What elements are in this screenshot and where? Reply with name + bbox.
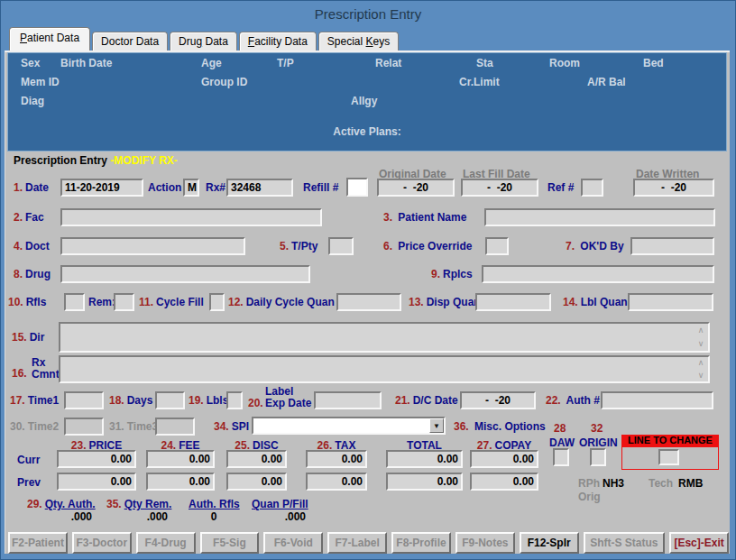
- label-birth-date: Birth Date: [60, 57, 112, 69]
- date-written-field: - -20: [633, 179, 714, 197]
- ref-number-field[interactable]: [581, 179, 603, 197]
- line-to-change-field[interactable]: [658, 449, 679, 465]
- curr-price-field[interactable]: 0.00: [57, 450, 136, 468]
- label-room: Room: [549, 57, 580, 69]
- label-exp-date-field[interactable]: [314, 391, 382, 409]
- disp-quan-field[interactable]: [475, 293, 551, 311]
- curr-tax-field[interactable]: 0.00: [306, 450, 367, 468]
- refills-field[interactable]: [64, 293, 85, 311]
- label-rph: RPh: [578, 477, 600, 490]
- rx-number-field[interactable]: 32468: [226, 179, 293, 197]
- f4-drug-button[interactable]: F4-Drug: [136, 532, 196, 554]
- label-cycle-fill: 11.Cycle Fill: [139, 296, 204, 308]
- curr-copay-field[interactable]: 0.00: [470, 450, 538, 468]
- tpty-field[interactable]: [328, 237, 354, 255]
- scroll-down-icon[interactable]: ∨: [695, 340, 706, 348]
- label-daw-num: 28: [554, 422, 566, 435]
- f5-sig-button[interactable]: F5-Sig: [200, 532, 260, 554]
- origin-field[interactable]: [590, 448, 606, 466]
- lbls-field[interactable]: [226, 391, 243, 409]
- daw-field[interactable]: [553, 448, 569, 466]
- modify-rx-badge: -MODIFY RX-: [110, 154, 177, 167]
- scroll-up-icon[interactable]: ∧: [695, 326, 706, 335]
- label-dc-date: 21.D/C Date: [395, 394, 458, 407]
- label-prev: Prev: [17, 476, 41, 489]
- tab-doctor-data[interactable]: Doctor Data: [92, 32, 168, 50]
- section-title: Prescription Entry -MODIFY RX-: [14, 154, 178, 167]
- label-ar-bal: A/R Bal: [587, 76, 626, 88]
- f2-patient-button[interactable]: F2-Patient: [8, 532, 68, 554]
- label-auth-rfls: Auth. Rfls: [189, 498, 240, 510]
- drug-field[interactable]: [60, 265, 310, 283]
- tab-special-keys[interactable]: Special Keys: [318, 32, 399, 50]
- okd-by-field[interactable]: [630, 237, 714, 255]
- label-rx-cmnts-num: 16.: [12, 367, 27, 380]
- f9-notes-button[interactable]: F9-Notes: [455, 532, 515, 554]
- label-quan-pfill: Quan P/Fill: [252, 498, 308, 510]
- tab-drug-data[interactable]: Drug Data: [170, 32, 237, 50]
- label-time1: 17.Time1: [10, 394, 59, 407]
- refill-field[interactable]: [346, 178, 368, 197]
- curr-disc-field[interactable]: 0.00: [226, 450, 287, 468]
- rx-comments-textarea[interactable]: ∧ ∨: [59, 355, 710, 383]
- window-title: Prescription Entry: [1, 1, 735, 26]
- f7-label-button[interactable]: F7-Label: [327, 532, 387, 554]
- label-spi: 34.SPI: [214, 420, 249, 433]
- label-origin: ORIGIN: [579, 436, 618, 449]
- dc-date-field[interactable]: - -20: [460, 391, 536, 409]
- time1-field[interactable]: [64, 391, 104, 409]
- label-label-exp-num: 20.: [248, 397, 263, 409]
- days-field[interactable]: [155, 391, 185, 409]
- label-lbls: 19.Lbls: [189, 394, 228, 407]
- label-rem: Rem:: [88, 296, 115, 308]
- facility-field[interactable]: [60, 208, 322, 226]
- label-active-plans: Active Plans:: [7, 125, 727, 138]
- auth-number-field[interactable]: [601, 391, 713, 409]
- f6-void-button[interactable]: F6-Void: [263, 532, 323, 554]
- label-origin-num: 32: [591, 422, 603, 435]
- curr-fee-field[interactable]: 0.00: [146, 450, 215, 468]
- f8-profile-button[interactable]: F8-Profile: [391, 532, 451, 554]
- f3-doctor-button[interactable]: F3-Doctor: [72, 532, 132, 554]
- label-orig: Orig: [578, 491, 601, 503]
- date-field[interactable]: 11-20-2019: [60, 179, 143, 197]
- daily-cycle-quan-field[interactable]: [336, 293, 401, 311]
- rplcs-field[interactable]: [482, 265, 714, 283]
- tab-patient-data[interactable]: Patient Data: [9, 27, 90, 50]
- label-relat: Relat: [375, 57, 401, 69]
- spi-dropdown[interactable]: ▼: [252, 417, 446, 435]
- line-to-change-banner: LINE TO CHANGE: [621, 435, 719, 446]
- scroll-up-icon[interactable]: ∧: [695, 359, 706, 367]
- doctor-field[interactable]: [60, 237, 245, 255]
- time2-field: [64, 418, 104, 436]
- prev-fee-field: 0.00: [146, 473, 215, 491]
- function-key-bar: F2-Patient F3-Doctor F4-Drug F5-Sig F6-V…: [8, 532, 729, 554]
- directions-textarea[interactable]: ∧ ∨: [59, 322, 710, 353]
- patient-name-field[interactable]: [484, 208, 715, 226]
- rem-field[interactable]: [114, 293, 134, 311]
- tab-facility-data[interactable]: Facility Data: [239, 32, 317, 50]
- label-qty-rem: 35.Qty Rem.: [106, 498, 171, 510]
- prev-total-field: 0.00: [386, 473, 463, 491]
- rph-value: NH3: [603, 477, 624, 490]
- scroll-down-icon[interactable]: ∨: [695, 372, 706, 380]
- dropdown-arrow-icon[interactable]: ▼: [429, 418, 444, 433]
- f12-splr-button[interactable]: F12-Splr: [520, 532, 579, 554]
- label-time2: 30.Time2: [10, 420, 59, 433]
- prev-price-field: 0.00: [57, 473, 136, 491]
- prev-tax-field: 0.00: [306, 473, 367, 491]
- label-auth-number: 22. Auth #: [546, 394, 600, 407]
- label-label: Label: [265, 385, 293, 398]
- lbl-quan-field[interactable]: [628, 293, 713, 311]
- label-exp-date: Exp Date: [265, 397, 311, 409]
- label-rfls: 10.Rfls: [8, 296, 46, 308]
- cycle-fill-field[interactable]: [209, 293, 225, 311]
- price-override-field[interactable]: [485, 237, 509, 255]
- label-action: Action: [148, 181, 181, 194]
- label-curr: Curr: [17, 454, 40, 466]
- esc-exit-button[interactable]: [Esc]-Exit: [669, 532, 729, 554]
- prescription-entry-window: Prescription Entry Patient Data Doctor D…: [0, 0, 736, 560]
- action-field[interactable]: M: [183, 179, 199, 197]
- tab-bar: Patient Data Doctor Data Drug Data Facil…: [9, 28, 400, 50]
- shft-s-status-button[interactable]: Shft-S Status: [584, 532, 666, 554]
